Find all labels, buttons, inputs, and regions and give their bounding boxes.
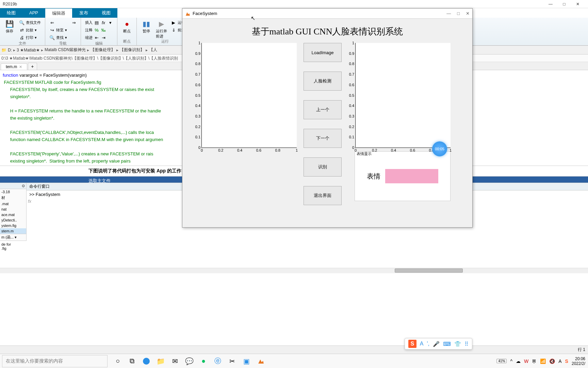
cortana-icon[interactable]: ○ (113, 356, 122, 366)
breakpoint-icon: ● (122, 19, 132, 29)
panel-menu-icon[interactable]: ⊙ (22, 184, 25, 188)
ws-item[interactable]: ystem.fig (0, 223, 26, 228)
ime-mode[interactable]: A (420, 341, 424, 347)
scroll-thumb[interactable] (395, 269, 463, 273)
chat-icon[interactable]: 💬 (184, 356, 194, 366)
system-tray: 41% ^ ☁ W ⛨ 📶 🔇 A S 20:06 2022/2/ (496, 356, 588, 366)
fx-icon[interactable]: fx (28, 199, 31, 204)
tray-shield-icon[interactable]: ⛨ (532, 358, 537, 364)
addr-seg-1[interactable]: 3 ★Matlab★ (17, 48, 40, 52)
recognize-button[interactable]: 识别 (304, 157, 342, 177)
insert-button[interactable]: 插入 ▤ fx ▾ (84, 19, 114, 26)
next-button[interactable]: 下一个 (304, 129, 342, 148)
indent-right-icon: ⇥ (101, 35, 106, 40)
fig-close-icon[interactable]: ✕ (466, 11, 470, 16)
print-button[interactable]: 🖨打印 ▾ (18, 34, 42, 41)
indent-button[interactable]: 缩进 ⇤ ⇥ (84, 34, 114, 41)
ime-menu-icon[interactable]: ⠿ (464, 341, 469, 347)
tray-volume-icon[interactable]: 🔇 (549, 358, 555, 364)
taskbar-search-input[interactable]: 在这里输入你要搜索的内容 (2, 355, 108, 367)
fig-maximize-icon[interactable]: □ (457, 11, 460, 16)
addr-seg-4[interactable]: 【图像识别】 (120, 47, 144, 53)
matlab-icon[interactable] (256, 356, 265, 366)
goto-button[interactable]: ↪转至 ▾ (48, 27, 68, 33)
pause-button[interactable]: ▮▮ 暂停 (140, 19, 153, 34)
load-image-button[interactable]: LoadImage (304, 43, 342, 62)
axes-right[interactable]: 1 0.9 0.8 0.7 0.6 0.5 0.4 0.3 0.2 0.1 0 … (355, 43, 451, 148)
nav-back-button[interactable]: ⇐ (48, 19, 68, 26)
addr-seg-0[interactable]: D: (8, 48, 12, 52)
breakpoints-button[interactable]: ● 断点 (120, 19, 134, 34)
tray-up-icon[interactable]: ^ (510, 358, 512, 364)
close-tab-icon[interactable]: ✕ (19, 65, 22, 69)
ws-item[interactable]: -3.18 (0, 189, 26, 195)
addr-seg-5[interactable]: 【人 (149, 47, 157, 53)
wechat-icon[interactable]: ● (199, 356, 208, 366)
find-button[interactable]: 🔍查找 ▾ (48, 34, 68, 41)
tray-date[interactable]: 2022/2/ (572, 361, 585, 366)
exit-button[interactable]: 退出界面 (304, 186, 342, 205)
addr-seg-2[interactable]: Matalb CSDN紫极神光 (45, 47, 86, 53)
tray-lang-icon[interactable]: A (558, 358, 561, 364)
battery-indicator[interactable]: 41% (496, 359, 507, 363)
tray-onedrive-icon[interactable]: ☁ (516, 358, 521, 364)
ime-keyboard-icon[interactable]: ⌨ (443, 341, 451, 347)
horizontal-scrollbar[interactable] (0, 268, 588, 273)
mail-icon[interactable]: ✉ (170, 356, 180, 366)
tray-w-icon[interactable]: W (524, 358, 528, 364)
tray-time[interactable]: 20:06 (572, 356, 585, 361)
prev-button[interactable]: 上一个 (304, 100, 342, 119)
maximize-icon[interactable]: □ (561, 0, 568, 8)
nav-fwd-button[interactable]: ⇒ (70, 19, 78, 26)
addr-seg-3[interactable]: 【图像处理】 (91, 47, 115, 53)
ws-item-selected[interactable]: stem.m (0, 228, 26, 234)
edge-icon[interactable] (142, 356, 151, 366)
recording-timer-badge[interactable]: 00:05 (432, 141, 447, 156)
fig-minimize-icon[interactable]: — (446, 11, 451, 16)
task-view-icon[interactable]: ⧉ (127, 356, 137, 366)
run-advance-button[interactable]: ▶ 运行并 前进 (154, 19, 168, 39)
face-detect-button[interactable]: 人脸检测 (304, 72, 342, 91)
ws-item[interactable]: 材 (0, 195, 26, 201)
insert-fx-icon: fx (101, 20, 106, 25)
toolstrip-edit-group: 插入 ▤ fx ▾ 注释 % ‰ 缩进 ⇤ ⇥ 编辑 (81, 18, 117, 45)
group-label-nav: 导航 (48, 41, 78, 46)
explorer-icon[interactable]: 📁 (156, 356, 165, 366)
ws-item[interactable]: yDetecti.. (0, 217, 26, 223)
ie-icon[interactable]: ⓔ (213, 356, 223, 366)
sogou-logo-icon[interactable]: S (408, 340, 416, 348)
ime-toolbar[interactable]: S A ', 🎤 ⌨ 👕 ⠿ (405, 338, 472, 350)
minimize-icon[interactable]: — (547, 0, 554, 8)
save-button[interactable]: 💾 保存 (3, 19, 16, 34)
snip-icon[interactable]: ✂ (227, 356, 237, 366)
status-bar: 行 1 (0, 346, 588, 354)
tray-sogou-icon[interactable]: S (565, 358, 568, 364)
expression-label: 表情 (367, 172, 380, 181)
ime-punct-icon[interactable]: ', (427, 341, 430, 347)
ws-item[interactable]: ace.mat (0, 212, 26, 217)
comment-button[interactable]: 注释 % ‰ (84, 27, 114, 33)
insert-section-icon: ▤ (94, 20, 99, 25)
ime-skin-icon[interactable]: 👕 (454, 341, 461, 347)
tab-plot[interactable]: 绘图 (0, 8, 22, 18)
tab-editor[interactable]: 编辑器 (45, 8, 72, 18)
tray-wifi-icon[interactable]: 📶 (540, 358, 546, 364)
find-files-button[interactable]: 🔍查找文件 (18, 19, 42, 26)
file-tab[interactable]: tem.m ✕ (1, 63, 27, 70)
tab-app[interactable]: APP (22, 8, 45, 18)
tab-publish[interactable]: 发布 (72, 8, 95, 18)
close-icon[interactable]: ✕ (574, 0, 581, 8)
compare-button[interactable]: ⇄比较 ▾ (18, 27, 42, 33)
axes-left[interactable]: 1 0.9 0.8 0.7 0.6 0.5 0.4 0.3 0.2 0.1 0 … (201, 43, 297, 148)
comment-icon: % (94, 27, 99, 33)
ime-voice-icon[interactable]: 🎤 (433, 341, 440, 347)
ws-item[interactable]: .mat (0, 201, 26, 206)
photos-icon[interactable]: ▣ (242, 356, 251, 366)
app-version: R2019b (3, 0, 17, 8)
figure-titlebar[interactable]: FaceSystem — □ ✕ (182, 9, 472, 19)
ws-filter-dropdown[interactable]: m (函... ▾ (0, 234, 26, 241)
ws-item[interactable]: nat (0, 206, 26, 212)
axes-right-label: 表情显示 (357, 151, 372, 156)
tab-view[interactable]: 视图 (95, 8, 117, 18)
add-tab-button[interactable]: + (28, 63, 37, 70)
